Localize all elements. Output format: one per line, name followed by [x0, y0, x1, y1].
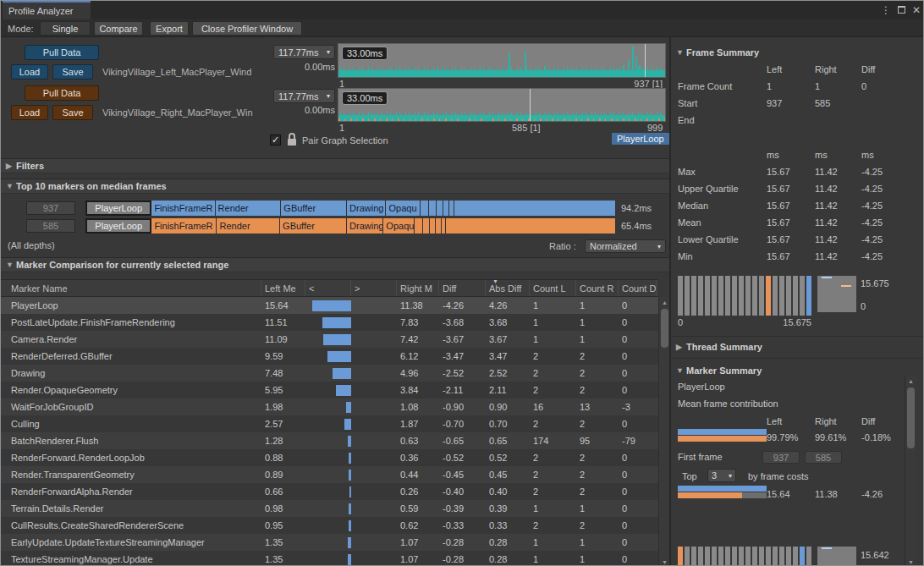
- table-row[interactable]: TextureStreamingManager.Update1.351.07-0…: [1, 551, 658, 566]
- marker-segment[interactable]: FinishFrameR: [151, 201, 215, 216]
- left-median-bar: [323, 334, 351, 345]
- frame-number-button[interactable]: 937: [26, 201, 75, 215]
- value-cell: 3.47: [486, 351, 530, 361]
- column-header[interactable]: Marker Name: [8, 280, 261, 296]
- table-row[interactable]: RenderDeferred.GBuffer9.596.12-3.473.472…: [1, 348, 658, 365]
- table-row[interactable]: EarlyUpdate.UpdateTextureStreamingManage…: [1, 534, 658, 551]
- marker-segment-small[interactable]: [429, 201, 437, 216]
- load-left-button[interactable]: Load: [11, 64, 48, 80]
- ratio-dropdown[interactable]: Normalized▾: [585, 239, 666, 253]
- filters-section-header[interactable]: ▶ Filters: [1, 158, 669, 173]
- table-row[interactable]: CullResults.CreateSharedRendererScene0.9…: [1, 517, 658, 534]
- first-frame-left-button[interactable]: 937: [762, 451, 800, 464]
- table-row[interactable]: PlayerLoop15.6411.38-4.264.26110: [1, 297, 658, 314]
- selected-marker-chip[interactable]: PlayerLoop: [612, 133, 669, 145]
- frame-number-button[interactable]: 585: [26, 219, 75, 233]
- maximize-icon[interactable]: [894, 3, 908, 17]
- frame-time-histogram: [678, 276, 813, 316]
- marker-segment-small[interactable]: [446, 218, 616, 234]
- pull-data-right-button[interactable]: Pull Data: [25, 85, 99, 101]
- marker-summary-header[interactable]: ▼ Marker Summary: [671, 363, 924, 378]
- marker-segment[interactable]: Opaqu: [383, 218, 415, 234]
- pair-graph-selection-checkbox[interactable]: ✓: [270, 135, 281, 146]
- table-scrollbar-thumb[interactable]: [661, 309, 668, 348]
- marker-segment-small[interactable]: [454, 201, 616, 216]
- column-header[interactable]: Count D: [619, 280, 657, 296]
- right-frame-graph[interactable]: 33.00ms: [338, 88, 666, 122]
- marker-segment[interactable]: PlayerLoop: [85, 218, 151, 234]
- marker-segment[interactable]: Opaqu: [386, 201, 420, 216]
- kebab-menu-icon[interactable]: ⋮: [879, 3, 893, 17]
- close-icon[interactable]: ✕: [910, 3, 923, 17]
- column-header[interactable]: Right M: [397, 280, 439, 296]
- table-row[interactable]: Render.OpaqueGeometry5.953.84-2.112.1122…: [1, 382, 658, 398]
- column-header[interactable]: Left Me: [261, 280, 305, 296]
- lock-icon[interactable]: [287, 133, 297, 146]
- value-cell: 0.62: [397, 520, 439, 530]
- value-cell: [305, 351, 351, 362]
- left-scale-dropdown[interactable]: 117.77ms▾: [273, 45, 335, 59]
- table-row[interactable]: RenderForwardAlpha.Render0.660.26-0.400.…: [1, 483, 658, 500]
- marker-segment-small[interactable]: [415, 218, 422, 234]
- export-button[interactable]: Export: [150, 21, 189, 36]
- save-left-button[interactable]: Save: [52, 64, 93, 80]
- thread-summary-header[interactable]: ▶ Thread Summary: [671, 339, 924, 354]
- table-row[interactable]: Culling2.571.87-0.700.70220: [1, 415, 658, 432]
- marker-segment-small[interactable]: [423, 218, 430, 234]
- top10-section-header[interactable]: ▼ Top 10 markers on median frames: [1, 179, 669, 194]
- chevron-down-icon: ▼: [6, 182, 16, 190]
- marker-segment-small[interactable]: [443, 201, 449, 216]
- frame-summary-header[interactable]: ▼ Frame Summary: [671, 45, 924, 60]
- marker-comparison-section-header[interactable]: ▼ Marker Comparison for currently select…: [1, 257, 669, 272]
- mode-single-button[interactable]: Single: [40, 21, 91, 36]
- table-row[interactable]: RenderForward.RenderLoopJob0.880.36-0.52…: [1, 449, 658, 466]
- load-right-button[interactable]: Load: [11, 105, 48, 120]
- value-cell: 2: [576, 385, 619, 395]
- table-row[interactable]: BatchRenderer.Flush1.280.63-0.650.651749…: [1, 432, 658, 449]
- marker-segment-small[interactable]: [437, 201, 443, 216]
- pull-data-left-button[interactable]: Pull Data: [25, 45, 99, 60]
- first-frame-right-button[interactable]: 585: [805, 451, 842, 464]
- table-row[interactable]: Drawing7.484.96-2.522.52220: [1, 365, 658, 382]
- table-row[interactable]: Camera.Render11.097.42-3.673.67110: [1, 331, 658, 348]
- marker-segment[interactable]: Render: [216, 201, 282, 216]
- marker-segment[interactable]: PlayerLoop: [85, 201, 151, 216]
- table-scrollbar[interactable]: ▲ ▼: [658, 297, 669, 566]
- column-header[interactable]: <: [305, 280, 351, 296]
- graph-spike: [492, 73, 493, 77]
- marker-name-cell: BatchRenderer.Flush: [8, 436, 261, 446]
- column-header[interactable]: >: [351, 280, 397, 296]
- marker-segment-small[interactable]: [430, 218, 437, 234]
- column-header[interactable]: Count R: [576, 280, 619, 296]
- table-row[interactable]: WaitForJobGroupID1.981.08-0.900.901613-3: [1, 398, 658, 415]
- right-panel-scrollbar[interactable]: ▲ ▼: [905, 376, 916, 566]
- marker-segment[interactable]: Render: [217, 218, 280, 234]
- top-count-dropdown[interactable]: 3▾: [707, 469, 736, 482]
- graph-noise: [338, 112, 665, 115]
- marker-segment[interactable]: Drawing: [347, 201, 386, 216]
- right-scale-dropdown[interactable]: 117.77ms▾: [273, 89, 335, 103]
- column-header[interactable]: Diff: [439, 280, 486, 296]
- right-scrollbar-thumb[interactable]: [907, 387, 915, 448]
- marker-segment[interactable]: GBuffer: [280, 218, 347, 234]
- marker-segment[interactable]: Drawing: [347, 218, 383, 234]
- table-row[interactable]: Render.TransparentGeometry0.890.44-0.450…: [1, 466, 658, 483]
- left-frame-graph[interactable]: 33.00ms: [338, 43, 666, 78]
- value-cell: 0.26: [397, 486, 439, 497]
- column-header[interactable]: Count L: [530, 280, 576, 296]
- value-cell: 0.65: [486, 436, 530, 446]
- marker-segment[interactable]: FinishFrameR: [151, 218, 217, 234]
- table-row[interactable]: Terrain.Details.Render0.980.59-0.390.391…: [1, 500, 658, 517]
- graph-spike: [365, 74, 366, 77]
- scroll-up-icon[interactable]: ▲: [905, 376, 916, 386]
- column-header[interactable]: Abs Diff▼: [486, 280, 530, 296]
- save-right-button[interactable]: Save: [52, 105, 93, 120]
- table-row[interactable]: PostLateUpdate.FinishFrameRendering11.51…: [1, 314, 658, 331]
- marker-segment-small[interactable]: [421, 201, 429, 216]
- marker-segment[interactable]: GBuffer: [281, 201, 347, 216]
- scroll-down-icon[interactable]: ▼: [905, 557, 916, 566]
- mode-compare-button[interactable]: Compare: [94, 21, 143, 36]
- tab-profile-analyzer[interactable]: Profile Analyzer: [3, 1, 91, 19]
- value-cell: 0.66: [261, 486, 305, 497]
- close-profiler-window-button[interactable]: Close Profiler Window: [192, 21, 302, 36]
